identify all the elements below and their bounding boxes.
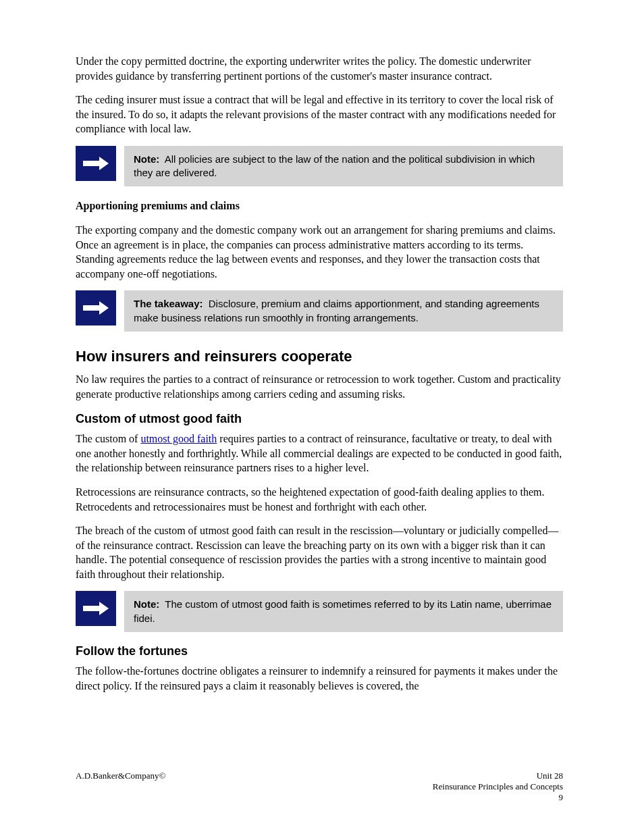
note-callout: Note: The custom of utmost good faith is… <box>76 591 563 632</box>
subsection-heading: Follow the fortunes <box>76 644 563 658</box>
footer-left: A.D.Banker&Company© <box>76 771 165 803</box>
svg-marker-1 <box>99 157 109 170</box>
paragraph: Under the copy permitted doctrine, the e… <box>76 54 563 83</box>
takeaway-box: The takeaway: Disclosure, premium and cl… <box>124 290 563 332</box>
note-callout: Note: All policies are subject to the la… <box>76 146 563 187</box>
svg-rect-0 <box>83 161 99 166</box>
svg-marker-3 <box>99 301 109 315</box>
svg-rect-2 <box>83 305 99 311</box>
footer-title: Reinsurance Principles and Concepts <box>433 781 563 792</box>
note-text: The custom of utmost good faith is somet… <box>134 598 552 623</box>
subsection-heading: Custom of utmost good faith <box>76 412 563 426</box>
note-label: Note: <box>134 598 159 610</box>
document-page: Under the copy permitted doctrine, the e… <box>0 0 644 834</box>
subheading: Apportioning premiums and claims <box>76 199 563 213</box>
arrow-right-icon <box>76 290 116 325</box>
arrow-right-icon <box>76 591 116 626</box>
page-footer: A.D.Banker&Company© Unit 28 Reinsurance … <box>76 771 563 803</box>
takeaway-callout: The takeaway: Disclosure, premium and cl… <box>76 290 563 332</box>
note-box: Note: All policies are subject to the la… <box>124 146 563 187</box>
note-label: Note: <box>134 153 159 165</box>
paragraph: The exporting company and the domestic c… <box>76 223 563 281</box>
paragraph: No law requires the parties to a contrac… <box>76 372 563 401</box>
text-run: The custom of <box>76 433 140 444</box>
svg-rect-4 <box>83 606 99 611</box>
arrow-right-icon <box>76 146 116 181</box>
footer-page-number: 9 <box>433 792 563 803</box>
footer-right: Unit 28 Reinsurance Principles and Conce… <box>433 771 563 803</box>
note-text: All policies are subject to the law of t… <box>134 153 535 178</box>
paragraph: The ceding insurer must issue a contract… <box>76 93 563 136</box>
section-heading: How insurers and reinsurers cooperate <box>76 348 563 365</box>
takeaway-label: The takeaway: <box>134 298 203 309</box>
footer-unit: Unit 28 <box>433 771 563 781</box>
paragraph: The breach of the custom of utmost good … <box>76 523 563 581</box>
paragraph: The follow-the-fortunes doctrine obligat… <box>76 664 563 693</box>
glossary-link[interactable]: utmost good faith <box>140 433 217 444</box>
paragraph: The custom of utmost good faith requires… <box>76 432 563 475</box>
note-box: Note: The custom of utmost good faith is… <box>124 591 563 632</box>
svg-marker-5 <box>99 602 109 615</box>
paragraph: Retrocessions are reinsurance contracts,… <box>76 485 563 514</box>
